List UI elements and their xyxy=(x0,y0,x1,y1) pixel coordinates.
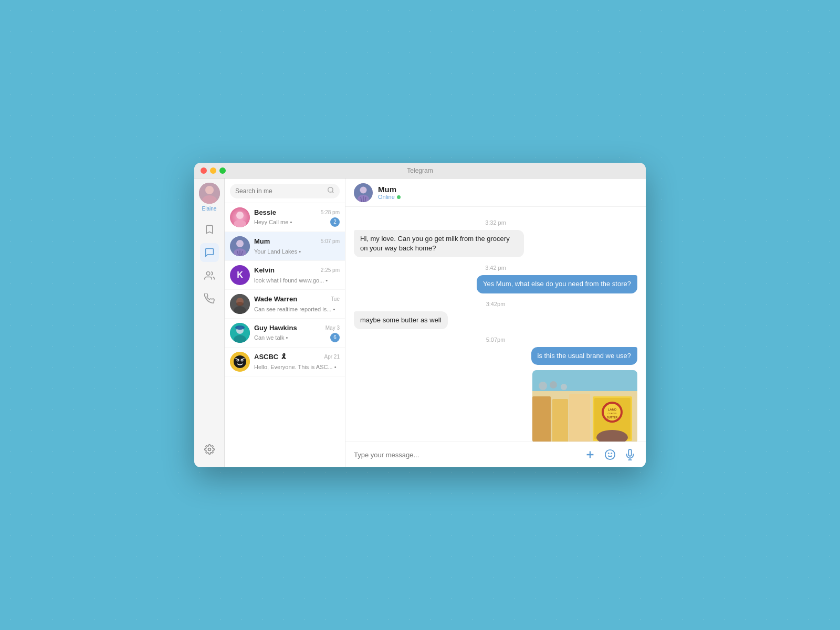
svg-point-10 xyxy=(236,240,244,247)
search-icon[interactable] xyxy=(327,186,334,196)
chat-item-guy[interactable]: Guy Hawkins May 3 Can we talk • 6 xyxy=(225,319,345,348)
chat-header-status: Online xyxy=(378,194,401,200)
sidebar: Elaine xyxy=(194,178,225,467)
message-image: LAND O'LAKES BUTTER Land L xyxy=(354,368,637,442)
chat-time-ascbc: Apr 21 xyxy=(324,354,340,360)
bubble-1: Hi, my love. Can you go get milk from th… xyxy=(354,230,524,257)
chat-preview-bessie: Heyy Call me • xyxy=(254,219,292,225)
sidebar-item-saved[interactable] xyxy=(200,220,219,239)
window-title: Telegram xyxy=(407,167,433,174)
minimize-button[interactable] xyxy=(210,167,216,174)
svg-rect-41 xyxy=(569,394,590,442)
chat-item-bessie[interactable]: Bessie 5:28 pm Heyy Call me • 2 xyxy=(225,203,345,232)
chat-info-kelvin: Kelvin 2:25 pm look what i found www.go.… xyxy=(254,266,340,285)
sidebar-item-chats[interactable] xyxy=(200,243,219,262)
sidebar-item-contacts[interactable] xyxy=(200,266,219,285)
chat-header: Mum Online xyxy=(345,178,646,207)
chat-preview-kelvin: look what i found www.go... • xyxy=(254,277,328,284)
svg-point-50 xyxy=(539,382,547,390)
user-avatar-img xyxy=(199,183,220,204)
svg-rect-29 xyxy=(235,358,237,359)
timestamp-4: 5:07pm xyxy=(354,337,637,343)
chat-item-kelvin[interactable]: K Kelvin 2:25 pm look what i found www.g… xyxy=(225,261,345,290)
avatar-bessie xyxy=(230,207,250,227)
timestamp-1: 3:32 pm xyxy=(354,219,637,226)
mic-icon[interactable] xyxy=(623,447,637,462)
svg-point-7 xyxy=(236,212,244,219)
chat-list: Bessie 5:28 pm Heyy Call me • 2 xyxy=(225,203,345,467)
chat-panel: Mum Online 3:32 pm Hi, my love. Can you … xyxy=(345,178,646,467)
chat-input-area xyxy=(345,442,646,467)
svg-text:BUTTER: BUTTER xyxy=(607,416,618,419)
search-input[interactable] xyxy=(235,187,327,195)
emoji-icon[interactable] xyxy=(603,447,617,462)
svg-point-4 xyxy=(208,448,211,451)
svg-point-52 xyxy=(561,384,567,390)
svg-point-27 xyxy=(237,360,238,361)
svg-rect-30 xyxy=(243,358,245,359)
svg-point-3 xyxy=(206,272,210,276)
attach-icon[interactable] xyxy=(583,447,597,462)
timestamp-3: 3:42pm xyxy=(354,301,637,307)
chat-name-mum: Mum xyxy=(254,237,270,245)
svg-point-18 xyxy=(236,302,244,306)
svg-text:O'LAKES: O'LAKES xyxy=(608,412,617,415)
app-window: Telegram Elaine xyxy=(194,163,646,467)
chat-name-row-wade: Wade Warren Tue xyxy=(254,295,340,303)
chat-time-kelvin: 2:25 pm xyxy=(321,267,340,273)
chat-info-mum: Mum 5:07 pm Your Land Lakes • xyxy=(254,237,340,256)
svg-text:LAND: LAND xyxy=(608,408,617,411)
avatar-initial-kelvin: K xyxy=(230,265,250,285)
status-text: Online xyxy=(378,194,395,200)
title-bar: Telegram xyxy=(194,163,646,178)
svg-point-22 xyxy=(235,326,245,330)
svg-point-28 xyxy=(242,360,243,361)
messages-area[interactable]: 3:32 pm Hi, my love. Can you go get milk… xyxy=(345,207,646,442)
chat-name-wade: Wade Warren xyxy=(254,295,297,303)
message-2: Yes Mum, what else do you need from the … xyxy=(354,275,637,293)
svg-point-55 xyxy=(605,450,615,459)
svg-point-5 xyxy=(328,187,333,192)
chat-preview-guy: Can we talk • xyxy=(254,334,288,341)
chat-name-bessie: Bessie xyxy=(254,208,276,216)
timestamp-2: 3:42 pm xyxy=(354,265,637,271)
settings-icon[interactable] xyxy=(200,440,219,459)
chat-header-name: Mum xyxy=(378,185,401,194)
chat-time-wade: Tue xyxy=(331,296,340,302)
avatar-guy xyxy=(230,323,250,343)
chat-list-panel: Bessie 5:28 pm Heyy Call me • 2 xyxy=(225,178,345,467)
chat-time-guy: May 3 xyxy=(326,325,340,331)
search-bar xyxy=(225,178,345,203)
sidebar-item-calls[interactable] xyxy=(200,289,219,308)
chat-name-ascbc: ASCBC 🎗 xyxy=(254,353,287,361)
app-body: Elaine xyxy=(194,178,646,467)
message-input[interactable] xyxy=(354,451,578,459)
chat-name-kelvin: Kelvin xyxy=(254,266,275,274)
svg-point-51 xyxy=(550,381,557,388)
search-input-wrap xyxy=(230,184,340,198)
maximize-button[interactable] xyxy=(219,167,226,174)
chat-time-mum: 5:07 pm xyxy=(321,238,340,244)
chat-badge-bessie: 2 xyxy=(330,217,340,227)
chat-preview-ascbc: Hello, Everyone. This is ASC... • xyxy=(254,364,337,370)
butter-image: LAND O'LAKES BUTTER xyxy=(532,370,637,442)
message-3: maybe some butter as well xyxy=(354,311,637,329)
chat-name-row-guy: Guy Hawkins May 3 xyxy=(254,324,340,332)
chat-info-ascbc: ASCBC 🎗 Apr 21 Hello, Everyone. This is … xyxy=(254,353,340,371)
chat-name-row-kelvin: Kelvin 2:25 pm xyxy=(254,266,340,274)
chat-info-bessie: Bessie 5:28 pm Heyy Call me • 2 xyxy=(254,208,340,227)
svg-rect-39 xyxy=(532,396,551,442)
chat-item-wade[interactable]: Wade Warren Tue Can see realtime reporte… xyxy=(225,290,345,319)
message-4: is this the usual brand we use? xyxy=(354,347,637,365)
avatar-mum xyxy=(230,236,250,256)
svg-rect-40 xyxy=(552,399,568,442)
bubble-4: is this the usual brand we use? xyxy=(531,347,638,365)
avatar-ascbc xyxy=(230,352,250,372)
chat-name-row-mum: Mum 5:07 pm xyxy=(254,237,340,245)
status-dot xyxy=(397,195,401,199)
chat-item-ascbc[interactable]: ASCBC 🎗 Apr 21 Hello, Everyone. This is … xyxy=(225,348,345,376)
close-button[interactable] xyxy=(201,167,207,174)
user-avatar[interactable] xyxy=(199,183,220,204)
avatar-kelvin: K xyxy=(230,265,250,285)
chat-item-mum[interactable]: Mum 5:07 pm Your Land Lakes • xyxy=(225,232,345,261)
